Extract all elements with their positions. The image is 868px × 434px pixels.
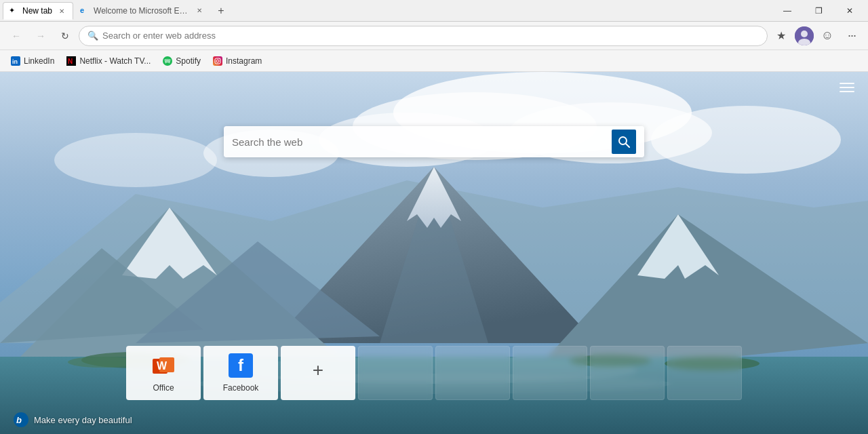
back-button[interactable]: ← bbox=[5, 25, 27, 47]
edge-favicon: e bbox=[80, 6, 90, 16]
quick-links: W Office f Facebook + bbox=[126, 346, 742, 400]
instagram-icon bbox=[213, 56, 222, 66]
search-icon bbox=[618, 136, 630, 148]
tab-new-tab[interactable]: ✦ New tab ✕ bbox=[3, 2, 73, 20]
quick-link-empty-5[interactable] bbox=[667, 346, 742, 400]
search-submit-button[interactable] bbox=[612, 130, 636, 154]
bookmarks-bar: in LinkedIn N Netflix - Watch TV... Spot… bbox=[0, 50, 868, 72]
bookmark-instagram[interactable]: Instagram bbox=[208, 53, 267, 69]
bookmark-linkedin-label: LinkedIn bbox=[24, 56, 54, 66]
linkedin-icon: in bbox=[11, 56, 20, 66]
search-addr-icon: 🔍 bbox=[87, 31, 98, 41]
add-icon: + bbox=[306, 358, 330, 382]
svg-rect-8 bbox=[213, 56, 222, 66]
svg-text:b: b bbox=[16, 415, 22, 425]
tab-edge-label: Welcome to Microsoft Edge Can... bbox=[94, 6, 190, 16]
bookmark-netflix[interactable]: N Netflix - Watch TV... bbox=[61, 53, 156, 69]
bookmark-instagram-label: Instagram bbox=[226, 56, 262, 66]
new-tab-button[interactable]: + bbox=[212, 1, 231, 20]
address-input[interactable] bbox=[102, 31, 759, 41]
quick-link-office[interactable]: W Office bbox=[126, 346, 201, 400]
quick-link-empty-2[interactable] bbox=[435, 346, 510, 400]
facebook-icon: f bbox=[229, 353, 253, 378]
new-tab-favicon: ✦ bbox=[9, 6, 18, 16]
svg-point-18 bbox=[651, 106, 841, 174]
facebook-label: Facebook bbox=[223, 383, 259, 393]
address-bar[interactable]: 🔍 bbox=[79, 26, 768, 46]
quick-link-facebook[interactable]: f Facebook bbox=[203, 346, 278, 400]
ham-line-1 bbox=[840, 83, 854, 84]
quick-link-empty-1[interactable] bbox=[358, 346, 433, 400]
hamburger-menu[interactable] bbox=[840, 83, 854, 92]
profile-avatar[interactable] bbox=[795, 26, 814, 45]
svg-point-11 bbox=[220, 58, 220, 58]
tab-new-tab-close[interactable]: ✕ bbox=[56, 5, 67, 16]
search-container bbox=[224, 126, 644, 157]
spotify-icon bbox=[163, 56, 172, 66]
minimize-button[interactable]: — bbox=[772, 0, 803, 22]
footer: b Make every day beautiful bbox=[14, 412, 132, 427]
forward-button[interactable]: → bbox=[30, 25, 52, 47]
maximize-button[interactable]: ❐ bbox=[803, 0, 834, 22]
bookmark-spotify[interactable]: Spotify bbox=[157, 53, 206, 69]
quick-link-empty-4[interactable] bbox=[590, 346, 665, 400]
bookmark-linkedin[interactable]: in LinkedIn bbox=[5, 53, 60, 69]
bing-logo-icon: b bbox=[14, 412, 28, 427]
bookmark-spotify-label: Spotify bbox=[176, 56, 201, 66]
svg-point-36 bbox=[68, 357, 136, 368]
tab-edge-close[interactable]: ✕ bbox=[194, 5, 205, 16]
svg-point-1 bbox=[801, 31, 808, 37]
emoji-button[interactable]: ☺ bbox=[816, 25, 838, 47]
office-icon: W bbox=[151, 353, 176, 378]
tab-new-tab-label: New tab bbox=[22, 6, 52, 16]
quick-link-add[interactable]: + bbox=[281, 346, 355, 400]
search-input[interactable] bbox=[232, 136, 612, 148]
svg-line-38 bbox=[626, 144, 629, 147]
more-button[interactable]: ··· bbox=[841, 25, 863, 47]
svg-text:W: W bbox=[157, 360, 167, 372]
ham-line-2 bbox=[840, 87, 854, 88]
footer-tagline: Make every day beautiful bbox=[34, 415, 132, 425]
office-label: Office bbox=[153, 383, 174, 393]
window-controls: — ❐ ✕ bbox=[772, 0, 865, 22]
main-content: W Office f Facebook + bbox=[0, 72, 868, 434]
favorite-button[interactable]: ★ bbox=[770, 25, 792, 47]
ham-line-3 bbox=[840, 91, 854, 92]
title-bar: ✦ New tab ✕ e Welcome to Microsoft Edge … bbox=[0, 0, 868, 22]
quick-link-empty-3[interactable] bbox=[513, 346, 587, 400]
svg-text:N: N bbox=[68, 58, 73, 65]
nav-bar: ← → ↻ 🔍 ★ ☺ ··· bbox=[0, 22, 868, 50]
close-button[interactable]: ✕ bbox=[834, 0, 865, 22]
search-box[interactable] bbox=[224, 126, 644, 157]
svg-text:in: in bbox=[12, 58, 18, 65]
tab-edge-welcome[interactable]: e Welcome to Microsoft Edge Can... ✕ bbox=[75, 2, 210, 20]
svg-point-19 bbox=[54, 133, 217, 187]
avatar-icon bbox=[795, 26, 814, 45]
netflix-icon: N bbox=[66, 56, 76, 66]
bookmark-netflix-label: Netflix - Watch TV... bbox=[79, 56, 151, 66]
refresh-button[interactable]: ↻ bbox=[54, 25, 76, 47]
